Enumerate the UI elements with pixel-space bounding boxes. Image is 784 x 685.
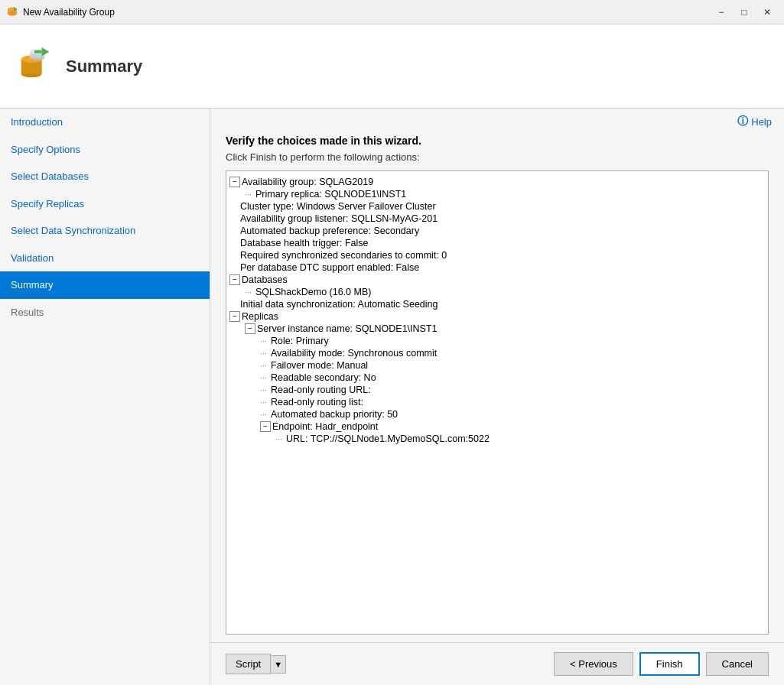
sidebar-item-specify-replicas[interactable]: Specify Replicas <box>0 190 210 218</box>
tree-row: ···URL: TCP://SQLNode1.MyDemoSQL.com:502… <box>226 433 768 445</box>
tree-row: ···Failover mode: Manual <box>226 359 768 372</box>
tree-row: ···Read-only routing list: <box>226 396 768 408</box>
tree-expander-box[interactable]: − <box>260 421 271 432</box>
tree-row: ···Readable secondary: No <box>226 372 768 384</box>
tree-row: Automated backup preference: Secondary <box>226 225 768 237</box>
verify-subtitle: Click Finish to perform the following ac… <box>226 151 769 163</box>
tree-row: Per database DTC support enabled: False <box>226 261 768 274</box>
sidebar: Introduction Specify Options Select Data… <box>0 109 210 685</box>
tree-row: −Availability group: SQLAG2019 <box>226 176 768 188</box>
tree-row: −Endpoint: Hadr_endpoint <box>226 420 768 433</box>
content-area: Introduction Specify Options Select Data… <box>0 109 784 685</box>
tree-row: Cluster type: Windows Server Failover Cl… <box>226 200 768 213</box>
tree-expander-box[interactable]: − <box>229 177 240 187</box>
header: Summary <box>0 24 784 109</box>
sidebar-item-specify-options[interactable]: Specify Options <box>0 136 210 164</box>
tree-row: ···SQLShackDemo (16.0 MB) <box>226 286 768 298</box>
sidebar-item-select-databases[interactable]: Select Databases <box>0 163 210 190</box>
sidebar-item-validation[interactable]: Validation <box>0 245 210 272</box>
tree-expander-box[interactable]: − <box>229 311 240 322</box>
script-group: Script ▼ <box>226 654 286 674</box>
tree-row: ···Role: Primary <box>226 335 768 347</box>
tree-expander-box[interactable]: − <box>245 323 255 334</box>
help-link[interactable]: ⓘ Help <box>737 115 772 128</box>
bottom-bar: Script ▼ < Previous Finish Cancel <box>210 642 784 685</box>
tree-row: Initial data synchronization: Automatic … <box>226 298 768 310</box>
window-controls: − □ ✕ <box>711 5 778 20</box>
tree-row: Availability group listener: SQLLSN-MyAG… <box>226 213 768 225</box>
close-button[interactable]: ✕ <box>756 5 778 20</box>
tree-view[interactable]: −Availability group: SQLAG2019···Primary… <box>226 170 769 635</box>
title-bar: New Availability Group − □ ✕ <box>0 0 784 24</box>
tree-row: ···Availability mode: Synchronous commit <box>226 347 768 359</box>
maximize-button[interactable]: □ <box>734 5 755 20</box>
sidebar-item-introduction[interactable]: Introduction <box>0 109 210 136</box>
sidebar-item-results: Results <box>0 299 210 326</box>
tree-row: Database health trigger: False <box>226 237 768 249</box>
page-title: Summary <box>66 57 142 76</box>
tree-row: Required synchronized secondaries to com… <box>226 249 768 261</box>
window-title: New Availability Group <box>23 7 711 18</box>
finish-button[interactable]: Finish <box>639 652 700 676</box>
tree-row: −Databases <box>226 274 768 286</box>
svg-marker-10 <box>42 47 50 57</box>
help-bar: ⓘ Help <box>210 109 784 135</box>
tree-row: −Server instance name: SQLNODE1\INST1 <box>226 323 768 335</box>
help-icon: ⓘ <box>737 115 748 128</box>
sidebar-item-summary[interactable]: Summary <box>0 271 210 299</box>
main-panel: ⓘ Help Verify the choices made in this w… <box>210 109 784 685</box>
nav-buttons: < Previous Finish Cancel <box>554 652 769 676</box>
header-icon <box>15 46 54 86</box>
cancel-button[interactable]: Cancel <box>706 652 769 676</box>
svg-rect-11 <box>34 50 42 54</box>
main-container: Summary Introduction Specify Options Sel… <box>0 24 784 685</box>
script-button[interactable]: Script <box>226 654 271 674</box>
svg-point-2 <box>8 11 17 15</box>
tree-row: ···Primary replica: SQLNODE1\INST1 <box>226 188 768 200</box>
tree-row: −Replicas <box>226 310 768 323</box>
app-icon <box>6 6 18 18</box>
tree-row: ···Read-only routing URL: <box>226 384 768 396</box>
tree-row: ···Automated backup priority: 50 <box>226 408 768 420</box>
verify-title: Verify the choices made in this wizard. <box>226 135 769 147</box>
sidebar-item-select-data-sync[interactable]: Select Data Synchronization <box>0 217 210 245</box>
panel-content: Verify the choices made in this wizard. … <box>210 135 784 642</box>
previous-button[interactable]: < Previous <box>554 652 633 676</box>
minimize-button[interactable]: − <box>711 5 732 20</box>
script-dropdown-button[interactable]: ▼ <box>271 655 286 674</box>
tree-expander-box[interactable]: − <box>229 274 240 285</box>
